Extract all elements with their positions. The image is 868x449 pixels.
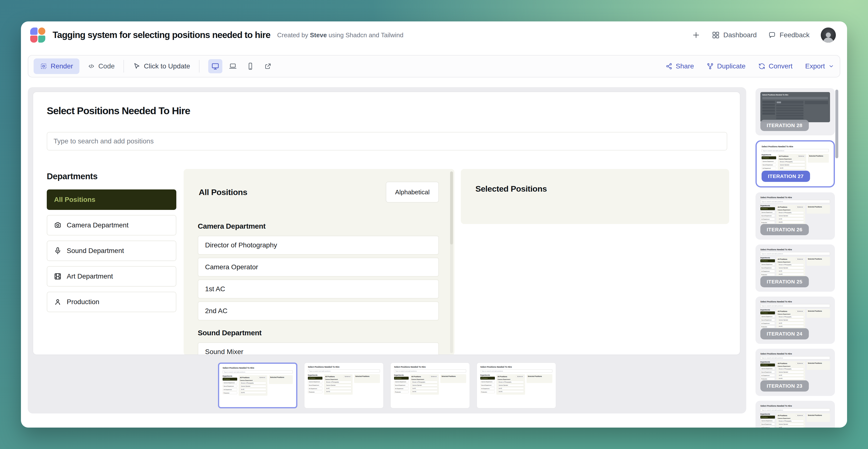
iteration-card[interactable]: Select Positions Needed To Hire Type to … (755, 245, 835, 292)
department-button[interactable]: Production (47, 292, 176, 312)
iteration-badge: ITERATION 23 (761, 380, 809, 391)
iterations-sidebar: Select Positions Needed To Hire ITERATIO… (755, 88, 835, 427)
mini-search: Type to search and add positions (308, 370, 380, 373)
film-icon (54, 272, 62, 281)
preview-mini-thumbnail: Select Positions Needed To Hire Type to … (308, 366, 380, 405)
preview-mini-thumbnail: Select Positions Needed To Hire Type to … (394, 366, 466, 405)
preview-mini-thumbnail: Select Positions Needed To Hire Type to … (223, 367, 293, 404)
iteration-card[interactable]: Select Positions Needed To Hire Type to … (755, 192, 835, 239)
refresh-icon (758, 63, 766, 70)
version-thumbnail[interactable]: Select Positions Needed To Hire Type to … (218, 362, 298, 408)
position-item[interactable]: Camera Operator (198, 258, 439, 277)
departments-heading: Departments (47, 171, 97, 181)
department-button[interactable]: Sound Department (47, 240, 176, 261)
mini-search (762, 97, 828, 99)
department-button-all-positions[interactable]: All Positions (47, 189, 176, 210)
laptop-view-button[interactable] (226, 59, 240, 73)
chevron-down-icon (828, 63, 834, 69)
fork-icon (707, 63, 714, 70)
monitor-icon (211, 62, 219, 70)
all-positions-heading: All Positions (199, 188, 247, 197)
panel-scrollbar[interactable] (450, 171, 453, 353)
byline: Created by Steve using Shadcn and Tailwi… (277, 31, 403, 39)
code-icon (88, 63, 95, 70)
mini-search: Type to search and add positions (761, 252, 830, 255)
position-item[interactable]: 1st AC (198, 280, 439, 298)
iteration-badge: ITERATION 27 (762, 171, 810, 182)
app-window: Tagging system for selecting positions n… (21, 22, 847, 427)
group-heading: Sound Department (198, 329, 439, 337)
group-heading: Camera Department (198, 222, 439, 230)
code-tab[interactable]: Code (88, 62, 115, 70)
person-icon (54, 298, 62, 306)
mini-search: Type to search and add positions (761, 304, 830, 307)
speech-bubble-icon (768, 31, 776, 39)
departments-list: All Positions Camera Department Sound De… (47, 189, 176, 317)
department-button[interactable]: Camera Department (47, 215, 176, 235)
preview-mini-thumbnail: Select Positions Needed To Hire Type to … (761, 405, 830, 427)
share-nodes-icon (665, 63, 673, 70)
feedback-button[interactable]: Feedback (768, 31, 810, 39)
preview-mini-thumbnail: Select Positions Needed To Hire Type to … (761, 196, 830, 226)
dashboard-button[interactable]: Dashboard (712, 31, 757, 39)
iteration-card[interactable]: Select Positions Needed To Hire Type to … (755, 401, 835, 427)
laptop-icon (229, 62, 237, 70)
export-button[interactable]: Export (805, 62, 834, 70)
iteration-badge: ITERATION 25 (761, 276, 809, 287)
magic-patterns-logo-icon[interactable] (30, 28, 45, 43)
project-title: Tagging system for selecting positions n… (53, 30, 270, 40)
iteration-card[interactable]: Select Positions Needed To Hire Type to … (755, 296, 835, 344)
app-preview: Select Positions Needed To Hire Departme… (33, 92, 740, 355)
iteration-card[interactable]: Select Positions Needed To Hire Type to … (755, 349, 835, 396)
selected-positions-panel: Selected Positions (461, 169, 729, 224)
desktop-view-button[interactable] (208, 59, 222, 73)
duplicate-button[interactable]: Duplicate (707, 62, 745, 70)
page-title: Select Positions Needed To Hire (47, 105, 190, 117)
external-link-icon (264, 62, 272, 70)
click-to-update-button[interactable]: Click to Update (133, 62, 190, 70)
mini-search: Type to search and add positions (394, 370, 466, 373)
plus-icon[interactable] (692, 31, 701, 39)
render-tab[interactable]: Render (34, 58, 80, 74)
version-thumbnail[interactable]: Select Positions Needed To Hire Type to … (304, 362, 383, 408)
positions-groups: Camera DepartmentDirector of Photography… (198, 220, 439, 355)
iteration-card[interactable]: Select Positions Needed To Hire Type to … (755, 140, 835, 188)
mini-search: Type to search and add positions (761, 356, 830, 359)
selected-positions-heading: Selected Positions (475, 184, 547, 194)
department-button[interactable]: Art Department (47, 266, 176, 287)
author-name: Steve (310, 31, 327, 39)
camera-icon (54, 221, 62, 229)
position-item[interactable]: 2nd AC (198, 301, 439, 320)
user-avatar[interactable] (821, 28, 836, 43)
cursor-icon (133, 62, 141, 70)
iteration-badge: ITERATION 26 (761, 224, 809, 235)
search-input[interactable] (47, 132, 727, 151)
iteration-card[interactable]: Select Positions Needed To Hire ITERATIO… (755, 88, 835, 135)
version-thumbnail[interactable]: Select Positions Needed To Hire Type to … (476, 362, 556, 408)
preview-mini-thumbnail: Select Positions Needed To Hire Type to … (762, 146, 829, 173)
version-thumbnail[interactable]: Select Positions Needed To Hire Type to … (391, 362, 470, 408)
iteration-badge: ITERATION 24 (761, 328, 809, 340)
mini-search: Type to search and add positions (761, 200, 830, 203)
microphone-icon (54, 247, 62, 255)
position-item[interactable]: Sound Mixer (198, 342, 439, 355)
share-button[interactable]: Share (665, 62, 694, 70)
render-frame-icon (40, 63, 47, 70)
header: Tagging system for selecting positions n… (21, 22, 847, 49)
position-item[interactable]: Director of Photography (198, 236, 439, 255)
grid-icon (712, 31, 720, 39)
convert-button[interactable]: Convert (758, 62, 793, 70)
divider (123, 60, 124, 72)
sidebar-scrollbar[interactable] (835, 90, 838, 158)
preview-mini-thumbnail: Select Positions Needed To Hire Type to … (761, 353, 830, 383)
mobile-view-button[interactable] (243, 59, 257, 73)
phone-icon (246, 62, 254, 70)
preview-mini-thumbnail: Select Positions Needed To Hire Type to … (761, 300, 830, 331)
mini-search: Type to search and add positions (480, 370, 552, 373)
preview-mini-thumbnail: Select Positions Needed To Hire Type to … (761, 248, 830, 279)
desktop-background: Tagging system for selecting positions n… (0, 0, 868, 449)
mini-search: Type to search and add positions (761, 408, 830, 412)
preview-mini-thumbnail: Select Positions Needed To Hire Type to … (480, 366, 552, 405)
open-preview-button[interactable] (261, 59, 275, 73)
alphabetical-sort-button[interactable]: Alphabetical (386, 182, 439, 202)
